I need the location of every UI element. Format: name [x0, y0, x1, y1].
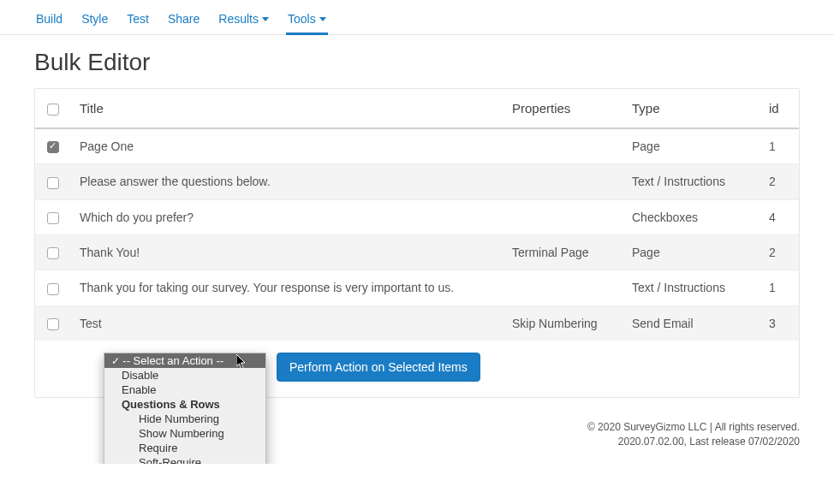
cell-id: 1: [760, 270, 799, 305]
action-option[interactable]: Require: [104, 441, 265, 455]
cell-id: 4: [760, 199, 799, 234]
action-option[interactable]: Enable: [104, 382, 265, 397]
cell-type: Page: [623, 128, 760, 164]
cell-type: Text / Instructions: [623, 270, 760, 305]
nav-tab-share[interactable]: Share: [166, 9, 201, 34]
table-row: Please answer the questions below.Text /…: [35, 164, 799, 199]
table-row: Thank you for taking our survey. Your re…: [35, 270, 799, 305]
cell-properties: [503, 199, 623, 234]
action-bar: Perform Action on Selected Items -- Sele…: [35, 341, 799, 397]
nav-tab-results[interactable]: Results: [217, 9, 271, 34]
cell-id: 2: [760, 164, 799, 199]
row-checkbox[interactable]: [47, 177, 59, 189]
cell-id: 1: [760, 128, 799, 164]
cell-title: Thank you for taking our survey. Your re…: [71, 270, 503, 305]
row-checkbox[interactable]: [47, 283, 59, 295]
cell-id: 3: [760, 305, 799, 341]
cell-properties: [503, 128, 623, 164]
header-title[interactable]: Title: [71, 89, 503, 128]
table-row: Page OnePage1: [35, 128, 799, 164]
cell-type: Checkboxes: [623, 199, 760, 234]
table-row: Thank You!Terminal PagePage2: [35, 234, 799, 270]
cell-title: Test: [71, 305, 503, 341]
cell-id: 2: [760, 234, 799, 270]
cell-properties: [503, 270, 623, 305]
cell-title: Page One: [71, 128, 503, 164]
header-id[interactable]: id: [760, 89, 799, 128]
action-option[interactable]: Show Numbering: [104, 426, 265, 441]
bulk-editor-panel: Title Properties Type id Page OnePage1Pl…: [34, 88, 800, 398]
nav-tab-tools[interactable]: Tools: [286, 9, 328, 34]
cell-title: Which do you prefer?: [71, 199, 503, 234]
header-type[interactable]: Type: [623, 89, 760, 128]
cell-properties: Terminal Page: [503, 234, 623, 270]
table-row: TestSkip NumberingSend Email3: [35, 305, 799, 341]
action-option[interactable]: Hide Numbering: [104, 412, 265, 426]
top-nav: BuildStyleTestShareResultsTools: [0, 0, 834, 35]
table-row: Which do you prefer?Checkboxes4: [35, 199, 799, 234]
option-group-label: Questions & Rows: [104, 397, 265, 412]
cell-type: Text / Instructions: [623, 164, 760, 199]
row-checkbox[interactable]: [47, 212, 59, 224]
cell-type: Send Email: [623, 305, 760, 341]
action-option[interactable]: Disable: [104, 368, 265, 382]
items-table: Title Properties Type id Page OnePage1Pl…: [35, 89, 799, 341]
cell-properties: [503, 164, 623, 199]
cell-title: Please answer the questions below.: [71, 164, 503, 199]
row-checkbox[interactable]: [47, 141, 59, 153]
row-checkbox[interactable]: [47, 247, 59, 259]
action-option[interactable]: -- Select an Action --: [104, 353, 265, 368]
page-title: Bulk Editor: [34, 49, 800, 76]
nav-tab-test[interactable]: Test: [125, 9, 151, 34]
chevron-down-icon: [319, 17, 326, 21]
perform-action-button[interactable]: Perform Action on Selected Items: [277, 353, 480, 382]
nav-tab-build[interactable]: Build: [34, 9, 64, 34]
action-select-dropdown[interactable]: -- Select an Action --DisableEnableQuest…: [104, 353, 266, 465]
cell-properties: Skip Numbering: [503, 305, 623, 341]
cell-type: Page: [623, 234, 760, 270]
cell-title: Thank You!: [71, 234, 503, 270]
chevron-down-icon: [262, 17, 269, 21]
nav-tab-style[interactable]: Style: [80, 9, 110, 34]
header-properties[interactable]: Properties: [503, 89, 623, 128]
row-checkbox[interactable]: [47, 318, 59, 330]
select-all-checkbox[interactable]: [47, 104, 59, 116]
action-option[interactable]: Soft-Require: [104, 455, 265, 465]
